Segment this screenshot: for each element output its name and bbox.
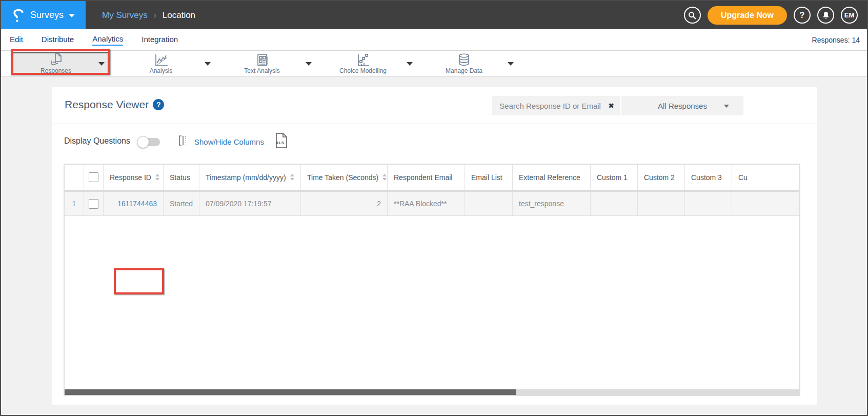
row-number: 1 — [65, 192, 84, 215]
toolbar-item-responses[interactable]: Responses — [12, 52, 109, 75]
toolbar-item-text-analysis[interactable]: Text Analysis — [218, 52, 315, 75]
table-empty-area — [65, 216, 799, 389]
column-label: Email List — [471, 173, 502, 182]
col-time-taken[interactable]: Time Taken (Seconds) — [301, 165, 388, 190]
chevron-down-icon[interactable] — [98, 62, 105, 66]
search-icon — [688, 11, 696, 19]
notifications-button[interactable] — [817, 7, 834, 24]
toggle-knob — [137, 136, 149, 148]
filter-selected-value: All Responses — [658, 102, 707, 110]
row-select-cell — [84, 192, 104, 215]
response-id-cell: 1611744463 — [104, 192, 164, 215]
surveys-app-switcher[interactable]: Surveys — [1, 1, 86, 29]
select-all-checkbox[interactable] — [89, 172, 98, 182]
custom2-cell — [638, 192, 685, 215]
avatar-initials: EM — [844, 11, 855, 19]
sort-icon — [290, 174, 294, 181]
table-controls: Display Questions Show/Hide Columns — [52, 124, 817, 164]
analytics-toolbar: Responses Analysis — [1, 51, 867, 76]
custom4-cell — [732, 192, 799, 215]
table-row: 1 1611744463 Started 07/09/2020 17:19:57… — [65, 192, 799, 216]
toolbar-label: Choice Modelling — [339, 67, 387, 74]
show-hide-columns-label: Show/Hide Columns — [194, 137, 264, 146]
tab-analytics[interactable]: Analytics — [92, 34, 123, 46]
status-cell: Started — [164, 192, 199, 215]
bell-icon — [822, 11, 830, 19]
display-questions-label: Display Questions — [64, 136, 130, 146]
column-label: Respondent Email — [394, 173, 452, 182]
chevron-down-icon — [69, 14, 75, 17]
column-label: Custom 2 — [644, 173, 675, 182]
respondent-email-cell: **RAA Blocked** — [388, 192, 465, 215]
scrollbar-thumb[interactable] — [65, 389, 516, 395]
search-button[interactable] — [684, 7, 701, 24]
show-hide-columns-button[interactable]: Show/Hide Columns — [178, 134, 264, 149]
hand-document-icon — [48, 53, 64, 66]
help-button[interactable]: ? — [794, 7, 811, 24]
tab-edit[interactable]: Edit — [10, 35, 23, 45]
tab-integration[interactable]: Integration — [142, 35, 178, 45]
horizontal-scrollbar[interactable] — [65, 389, 799, 395]
col-custom-3: Custom 3 — [685, 165, 732, 190]
col-timestamp[interactable]: Timestamp (mm/dd/yyyy) — [199, 165, 301, 190]
response-viewer-panel: Response Viewer ? ✖ All Responses Displa… — [52, 87, 817, 405]
toolbar-label: Manage Data — [446, 67, 482, 74]
custom1-cell — [591, 192, 638, 215]
toolbar-item-manage-data[interactable]: Manage Data — [420, 52, 517, 75]
column-label: Time Taken (Seconds) — [307, 173, 378, 182]
response-filter-dropdown[interactable]: All Responses — [621, 96, 743, 115]
toolbar-label: Analysis — [150, 67, 173, 74]
timestamp-cell: 07/09/2020 17:19:57 — [199, 192, 301, 215]
column-label: Custom 3 — [691, 173, 722, 182]
export-xls-button[interactable]: XLS — [274, 132, 289, 149]
display-questions-toggle[interactable] — [138, 138, 160, 146]
line-chart-icon — [153, 53, 169, 66]
breadcrumb-current-survey: Location — [163, 10, 195, 21]
response-id-link[interactable]: 1611744463 — [117, 200, 157, 208]
responses-table: Response ID Status Timestamp (mm/dd/yyyy… — [64, 164, 800, 396]
col-email-list: Email List — [465, 165, 513, 190]
panel-header: Response Viewer ? ✖ All Responses — [52, 87, 817, 124]
column-label: External Reference — [519, 173, 580, 182]
avatar[interactable]: EM — [841, 7, 858, 24]
scatter-chart-icon — [355, 53, 371, 66]
column-label: Response ID — [110, 173, 151, 182]
chevron-down-icon[interactable] — [508, 62, 514, 66]
chevron-down-icon[interactable] — [407, 62, 413, 66]
chevron-down-icon[interactable] — [205, 62, 211, 66]
toolbar-item-analysis[interactable]: Analysis — [117, 52, 214, 75]
col-custom-1: Custom 1 — [591, 165, 638, 190]
breadcrumb: My Surveys › Location — [102, 10, 195, 21]
xls-label: XLS — [276, 141, 284, 145]
custom3-cell — [685, 192, 732, 215]
questionpro-logo-icon — [12, 7, 25, 24]
breadcrumb-separator-icon: › — [154, 11, 156, 19]
col-status: Status — [164, 165, 199, 190]
responses-count: Responses: 14 — [812, 36, 860, 44]
col-custom-4-clipped: Cu — [732, 165, 799, 190]
col-response-id[interactable]: Response ID — [104, 165, 164, 190]
page-title-row: Response Viewer ? — [65, 98, 164, 111]
toolbar-item-choice-modelling[interactable]: Choice Modelling — [319, 52, 416, 75]
search-input[interactable] — [492, 102, 608, 110]
survey-nav: Edit Distribute Analytics Integration Re… — [1, 29, 867, 51]
col-custom-2: Custom 2 — [638, 165, 685, 190]
row-number-header — [65, 165, 84, 190]
question-mark-icon: ? — [800, 11, 805, 20]
chevron-down-icon — [724, 105, 729, 108]
response-search-box: ✖ — [492, 96, 620, 115]
breadcrumb-my-surveys[interactable]: My Surveys — [102, 10, 148, 21]
email-list-cell — [465, 192, 513, 215]
column-label: Status — [170, 173, 190, 182]
upgrade-now-button[interactable]: Upgrade Now — [708, 6, 787, 25]
clear-search-icon[interactable]: ✖ — [608, 102, 614, 110]
row-checkbox[interactable] — [89, 199, 98, 209]
sort-icon — [382, 174, 387, 181]
help-icon[interactable]: ? — [153, 99, 164, 110]
external-reference-cell: test_response — [513, 192, 591, 215]
sort-icon — [155, 174, 159, 181]
tab-distribute[interactable]: Distribute — [42, 35, 74, 45]
chevron-down-icon[interactable] — [306, 62, 312, 66]
column-label: Cu — [738, 173, 748, 182]
column-label: Custom 1 — [597, 173, 628, 182]
